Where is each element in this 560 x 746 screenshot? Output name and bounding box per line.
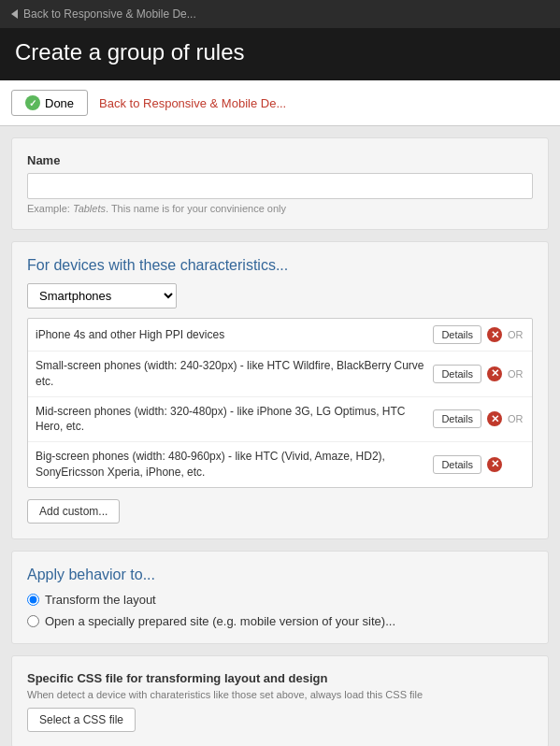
device-type-dropdown[interactable]: Smartphones Tablets Desktop Custom (27, 283, 177, 308)
characteristics-section: For devices with these characteristics..… (11, 241, 549, 539)
behavior-title: Apply behavior to... (27, 567, 533, 583)
behavior-option-1[interactable]: Transform the layout (27, 593, 533, 607)
css-section-desc: When detect a device with charateristics… (27, 689, 533, 700)
remove-icon-4[interactable]: ✕ (487, 457, 502, 472)
device-text-4: Big-screen phones (width: 480-960px) - l… (36, 449, 427, 481)
select-css-button[interactable]: Select a CSS file (27, 708, 136, 732)
remove-icon-2[interactable]: ✕ (487, 366, 502, 381)
main-content: Name Example: Tablets. This name is for … (0, 126, 560, 746)
details-button-4[interactable]: Details (433, 455, 481, 474)
name-input[interactable] (27, 173, 533, 199)
done-label: Done (45, 96, 74, 110)
page-header: Create a group of rules (0, 28, 560, 80)
or-label-2: OR (508, 368, 524, 380)
name-label: Name (27, 153, 533, 167)
table-row: Small-screen phones (width: 240-320px) -… (28, 351, 532, 397)
table-row: Mid-screen phones (width: 320-480px) - l… (28, 397, 532, 443)
behavior-label-1: Transform the layout (45, 593, 156, 607)
css-section: Specific CSS file for transforming layou… (11, 655, 549, 746)
css-section-title: Specific CSS file for transforming layou… (27, 671, 533, 685)
device-text-1: iPhone 4s and other High PPI devices (36, 327, 427, 343)
or-label-3: OR (508, 413, 524, 424)
remove-icon-3[interactable]: ✕ (487, 411, 502, 426)
action-bar: ✓ Done Back to Responsive & Mobile De... (0, 80, 560, 126)
topbar-back-link[interactable]: Back to Responsive & Mobile De... (23, 7, 196, 21)
remove-icon-1[interactable]: ✕ (487, 327, 502, 342)
done-button[interactable]: ✓ Done (11, 90, 88, 116)
check-icon: ✓ (25, 95, 40, 110)
behavior-section: Apply behavior to... Transform the layou… (11, 551, 549, 644)
table-row: Big-screen phones (width: 480-960px) - l… (28, 442, 532, 487)
details-button-2[interactable]: Details (433, 365, 481, 383)
behavior-radio-group: Transform the layout Open a specially pr… (27, 593, 533, 628)
details-button-1[interactable]: Details (433, 325, 481, 344)
characteristics-title: For devices with these characteristics..… (27, 257, 533, 274)
behavior-label-2: Open a specially prepared site (e.g. mob… (45, 614, 395, 628)
name-hint: Example: Tablets. This name is for your … (27, 203, 533, 214)
top-bar: Back to Responsive & Mobile De... (0, 0, 560, 28)
behavior-option-2[interactable]: Open a specially prepared site (e.g. mob… (27, 614, 533, 628)
table-row: iPhone 4s and other High PPI devices Det… (28, 319, 532, 351)
or-label-1: OR (508, 329, 524, 340)
action-back-link[interactable]: Back to Responsive & Mobile De... (99, 96, 286, 110)
device-text-2: Small-screen phones (width: 240-320px) -… (36, 358, 427, 390)
behavior-radio-1[interactable] (27, 594, 39, 606)
name-section: Name Example: Tablets. This name is for … (11, 137, 549, 230)
details-button-3[interactable]: Details (433, 409, 481, 428)
page-title: Create a group of rules (15, 39, 545, 65)
back-arrow-icon (11, 9, 18, 19)
device-text-3: Mid-screen phones (width: 320-480px) - l… (36, 404, 427, 436)
add-custom-button[interactable]: Add custom... (27, 499, 120, 524)
behavior-radio-2[interactable] (27, 615, 39, 627)
device-list: iPhone 4s and other High PPI devices Det… (27, 318, 533, 488)
